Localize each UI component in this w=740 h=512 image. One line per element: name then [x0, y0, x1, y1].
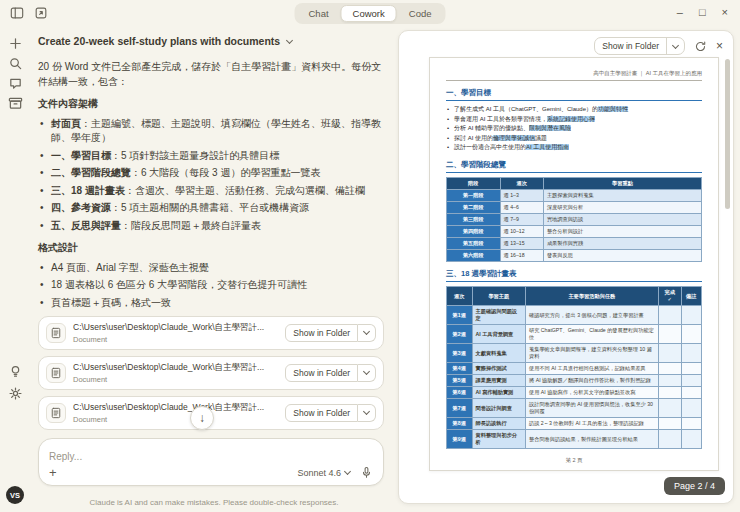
- weeks-cell: 週 10–12: [500, 226, 543, 238]
- goal-text: 學會運用 AI 工具於各類學習情境，: [454, 116, 547, 122]
- projects-icon[interactable]: [8, 96, 23, 111]
- document-icon: [46, 403, 66, 423]
- show-in-folder-button[interactable]: Show in Folder: [285, 404, 358, 422]
- structure-heading: 文件內容架構: [38, 97, 384, 112]
- file-menu-chevron-button[interactable]: [358, 324, 376, 342]
- show-in-folder-split-button[interactable]: Show in Folder: [594, 37, 685, 55]
- show-in-folder-button[interactable]: Show in Folder: [285, 364, 358, 382]
- list-item-label: 二、學習階段總覽: [51, 167, 131, 178]
- table-row: 第6週 AI 寫作輔助實測 使用 AI 協助寫作，分析其文字的優缺點並改寫: [447, 387, 702, 399]
- list-item-label: 三、18 週計畫表: [51, 185, 125, 196]
- col-header: 學習主題: [472, 287, 526, 306]
- week-plan-table: 週次 學習主題 主要學習活動與任務 完成 ✓ 備註 第1週 主題確認與問題設定 …: [446, 286, 702, 449]
- note-cell: [681, 306, 701, 325]
- tab-cowork[interactable]: Cowork: [341, 5, 397, 22]
- focus-cell: 成果製作與實踐: [543, 238, 701, 250]
- new-chat-icon[interactable]: [8, 36, 23, 51]
- new-window-icon[interactable]: [34, 6, 48, 20]
- chats-icon[interactable]: [8, 76, 23, 91]
- week-cell: 第3週: [447, 344, 473, 363]
- table-row: 第二階段 週 4–6 深度研究與分析: [447, 202, 702, 214]
- settings-gear-icon[interactable]: [8, 386, 23, 401]
- refresh-icon[interactable]: [694, 40, 707, 53]
- titlebar: Chat Cowork Code – □ ×: [0, 0, 740, 26]
- document-page[interactable]: 高中自主學習計畫 ｜ AI 工具在學習上的應用 一、學習目標 了解生成式 AI …: [429, 57, 719, 471]
- list-item-label: 五、反思與評量: [51, 220, 121, 231]
- doc-goals-list: 了解生成式 AI 工具（ChatGPT、Gemini、Claude）的功能與特性…: [446, 105, 702, 153]
- week-cell: 第9週: [447, 430, 473, 449]
- format-heading: 格式設計: [38, 241, 384, 256]
- week-cell: 第7週: [447, 399, 473, 418]
- tab-chat[interactable]: Chat: [297, 5, 341, 22]
- stage-cell: 第二階段: [447, 202, 501, 214]
- document-icon: [46, 363, 66, 383]
- goal-text: 設計一份適合高中生使用的: [454, 144, 526, 150]
- week-cell: 第5週: [447, 375, 473, 387]
- done-cell: [658, 306, 681, 325]
- model-name: Sonnet 4.6: [297, 468, 341, 478]
- file-card[interactable]: C:\Users\user\Desktop\Claude_Work\自主學習計.…: [38, 316, 384, 350]
- conversation-title[interactable]: Create 20-week self-study plans with doc…: [38, 35, 280, 47]
- weeks-cell: 週 13–15: [500, 238, 543, 250]
- stage-cell: 第五階段: [447, 238, 501, 250]
- note-cell: [681, 363, 701, 375]
- show-in-folder-button[interactable]: Show in Folder: [285, 324, 358, 342]
- done-cell: [658, 430, 681, 449]
- avatar[interactable]: VS: [6, 486, 24, 504]
- show-in-folder-label[interactable]: Show in Folder: [595, 38, 666, 54]
- tab-code[interactable]: Code: [397, 5, 444, 22]
- table-row: 第2週 AI 工具背景調查 研究 ChatGPT、Gemini、Claude 的…: [447, 325, 702, 344]
- scroll-to-bottom-button[interactable]: ↓: [190, 406, 214, 430]
- stage-cell: 第四階段: [447, 226, 501, 238]
- topic-cell: 主題確認與問題設定: [472, 306, 526, 325]
- table-row: 第7週 問卷設計與調查 設計問卷調查同學的 AI 使用習慣與想法，收集至少 30…: [447, 399, 702, 418]
- goal-text: 分析 AI 輔助學習的優缺點、: [454, 125, 529, 131]
- scrollbar[interactable]: [725, 59, 730, 209]
- list-item: 頁首標題＋頁碼，格式一致: [38, 296, 384, 311]
- list-item: 18 週表格以 6 色區分 6 大學習階段，交替行色提升可讀性: [38, 278, 384, 293]
- microphone-icon[interactable]: [360, 466, 373, 479]
- attach-plus-button[interactable]: +: [49, 467, 57, 479]
- topic-cell: 文獻資料蒐集: [472, 344, 526, 363]
- col-header: 備註: [681, 287, 701, 306]
- close-button[interactable]: ×: [722, 4, 728, 20]
- weeks-cell: 週 7–9: [500, 214, 543, 226]
- reply-composer[interactable]: + Sonnet 4.6: [38, 438, 384, 486]
- doc-section-stages-heading: 二、學習階段總覽: [446, 160, 702, 173]
- stage-cell: 第一階段: [447, 189, 501, 201]
- reply-input[interactable]: [49, 451, 373, 462]
- list-item-label: 四、參考資源: [51, 202, 111, 213]
- maximize-button[interactable]: □: [699, 4, 706, 20]
- table-row: 第三階段 週 7–9 實地調查與訪談: [447, 214, 702, 226]
- topic-cell: AI 工具背景調查: [472, 325, 526, 344]
- highlighted-text: 系統記錄使用心得: [547, 116, 595, 122]
- done-cell: [658, 344, 681, 363]
- file-menu-chevron-button[interactable]: [358, 364, 376, 382]
- lightbulb-icon[interactable]: [8, 364, 23, 379]
- task-cell: 設計問卷調查同學的 AI 使用習慣與想法，收集至少 30 份回覆: [526, 399, 659, 418]
- done-cell: [658, 375, 681, 387]
- doc-section-weeks-heading: 三、18 週學習計畫表: [446, 269, 702, 282]
- minimize-button[interactable]: –: [677, 4, 683, 20]
- doc-page-number: 第 2 頁: [430, 457, 718, 464]
- col-header: 主要學習活動與任務: [526, 287, 659, 306]
- goal-text: 議題: [535, 135, 547, 141]
- topic-cell: 課業應用實測: [472, 375, 526, 387]
- task-cell: 使用不同 AI 工具進行相同任務測試，記錄結果差異: [526, 363, 659, 375]
- chevron-down-icon[interactable]: [667, 38, 684, 54]
- sidebar-toggle-icon[interactable]: [10, 6, 24, 20]
- search-icon[interactable]: [8, 56, 23, 71]
- col-header: 學習重點: [543, 177, 701, 189]
- model-selector[interactable]: Sonnet 4.6: [297, 468, 350, 478]
- close-preview-icon[interactable]: ×: [716, 39, 723, 53]
- page-indicator-badge: Page 2 / 4: [664, 477, 725, 495]
- chevron-down-icon: [363, 408, 370, 415]
- chevron-down-icon[interactable]: [286, 36, 293, 43]
- done-cell: [658, 418, 681, 430]
- task-cell: 訪談 2～3 位教師對 AI 工具的看法，整理訪談記錄: [526, 418, 659, 430]
- message-intro: 20 份 Word 文件已全部產生完成，儲存於「自主學習計畫」資料夾中。每份文件…: [38, 60, 384, 89]
- file-card[interactable]: C:\Users\user\Desktop\Claude_Work\自主學習計.…: [38, 356, 384, 390]
- list-item: 三、18 週計畫表：含週次、學習主題、活動任務、完成勾選欄、備註欄: [38, 184, 384, 199]
- file-menu-chevron-button[interactable]: [358, 404, 376, 422]
- table-row: 第5週 課業應用實測 將 AI 協助解題／翻譯與自行作答比較，製作對照記錄: [447, 375, 702, 387]
